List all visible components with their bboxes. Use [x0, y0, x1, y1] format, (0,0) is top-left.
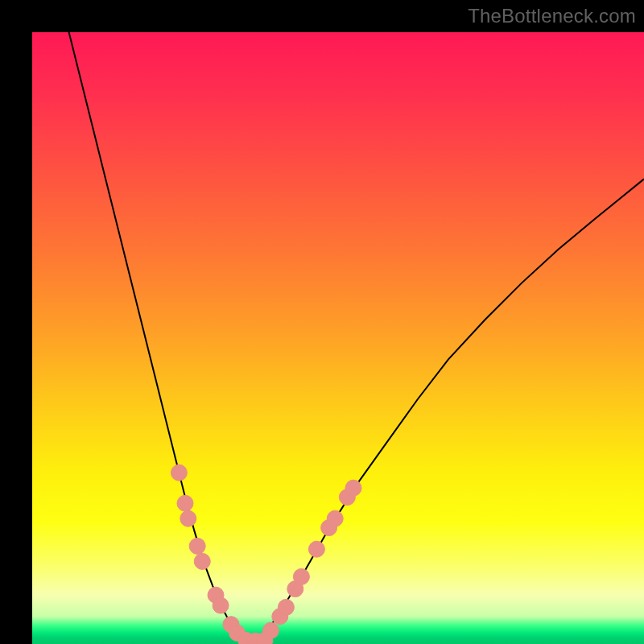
left-curve — [69, 32, 251, 644]
watermark-label: TheBottleneck.com — [468, 5, 636, 27]
data-marker — [213, 597, 229, 613]
marker-group — [171, 464, 361, 644]
data-marker — [345, 480, 361, 496]
data-marker — [278, 599, 294, 615]
chart-container: TheBottleneck.com — [0, 0, 644, 644]
data-marker — [180, 510, 196, 526]
data-marker — [177, 495, 193, 511]
curves-svg — [32, 32, 644, 644]
plot-area — [32, 32, 644, 644]
data-marker — [189, 538, 205, 554]
data-marker — [194, 553, 210, 569]
right-curve — [250, 179, 644, 643]
data-marker — [327, 510, 343, 526]
data-marker — [262, 622, 279, 638]
data-marker — [308, 541, 324, 557]
data-marker — [293, 568, 309, 584]
data-marker — [171, 464, 187, 481]
